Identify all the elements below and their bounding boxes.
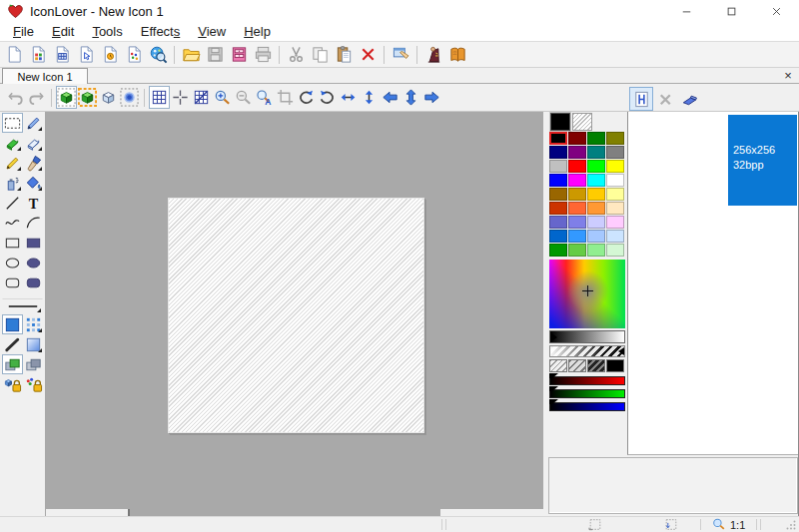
minimize-button[interactable]	[664, 0, 709, 22]
red-slider[interactable]	[549, 376, 625, 385]
pen-button[interactable]	[23, 113, 44, 133]
help-book-button[interactable]	[445, 43, 469, 67]
icon-canvas[interactable]	[168, 198, 424, 433]
shift-left-button[interactable]	[380, 86, 400, 109]
blue-slider[interactable]	[549, 402, 625, 411]
palette-color-swatch[interactable]	[587, 160, 605, 173]
delete-frame-button[interactable]	[653, 87, 677, 111]
palette-color-swatch[interactable]	[549, 244, 567, 257]
extract-icons-button[interactable]	[74, 43, 98, 67]
paste-shape-alt-button[interactable]	[23, 354, 44, 374]
lock-colors-button[interactable]	[23, 374, 44, 394]
fgbg-indicator-icon[interactable]	[593, 113, 610, 130]
close-button[interactable]	[754, 0, 799, 22]
dither-button[interactable]	[23, 314, 44, 334]
customize-button[interactable]	[389, 43, 412, 67]
save-button[interactable]	[203, 43, 227, 67]
palette-color-swatch[interactable]	[606, 132, 624, 145]
new-file-button[interactable]	[2, 43, 26, 67]
paste-button[interactable]	[332, 43, 356, 67]
select-rect-button[interactable]	[2, 113, 23, 133]
tab-close-icon[interactable]: ×	[780, 68, 796, 83]
line-width-button[interactable]	[2, 298, 43, 314]
rectangle-button[interactable]	[2, 233, 23, 253]
new-icon-button[interactable]	[26, 43, 50, 67]
cut-button[interactable]	[284, 43, 308, 67]
pixel-cursor-button[interactable]	[170, 86, 191, 109]
transparency-slider[interactable]	[549, 345, 625, 357]
open-button[interactable]	[179, 43, 203, 67]
smooth-line-button[interactable]	[2, 334, 23, 354]
foreground-color-swatch[interactable]	[550, 113, 570, 131]
crop-button[interactable]	[275, 86, 296, 109]
luminance-slider[interactable]	[549, 330, 625, 343]
palette-color-swatch[interactable]	[587, 230, 605, 243]
arc-button[interactable]	[23, 213, 44, 233]
menu-edit[interactable]: Edit	[43, 24, 83, 39]
palette-color-swatch[interactable]	[568, 230, 586, 243]
green-slider-marker-icon[interactable]	[549, 386, 558, 391]
menu-view[interactable]: View	[189, 24, 235, 39]
menu-help[interactable]: Help	[235, 24, 280, 39]
hatch-dark-pattern-swatch[interactable]	[587, 359, 605, 372]
resize-grip[interactable]	[784, 518, 798, 532]
color-picker-gradient[interactable]	[549, 260, 625, 328]
palette-color-swatch[interactable]	[549, 216, 567, 229]
green-slider[interactable]	[549, 389, 625, 398]
frame-mode-button[interactable]	[77, 86, 98, 109]
rotate-left-button[interactable]	[296, 86, 317, 109]
maximize-button[interactable]	[709, 0, 754, 22]
new-cursor-button[interactable]	[98, 43, 122, 67]
image-list-item-selected[interactable]: 256x256 32bpp	[728, 115, 797, 206]
cursor-position-icon[interactable]	[663, 517, 679, 532]
ellipse-button[interactable]	[2, 253, 23, 272]
paste-shape-button[interactable]	[2, 354, 23, 374]
zoom-actual-button[interactable]: A	[254, 86, 275, 109]
grid-button[interactable]	[149, 86, 170, 109]
clear-frame-button[interactable]	[677, 87, 701, 111]
luminance-marker-icon[interactable]	[550, 332, 557, 342]
palette-color-swatch[interactable]	[568, 174, 586, 187]
palette-color-swatch[interactable]	[587, 202, 605, 215]
palette-color-swatch[interactable]	[606, 188, 624, 201]
shift-vertical-button[interactable]	[400, 86, 421, 109]
hatch-medium-pattern-swatch[interactable]	[568, 359, 586, 372]
find-icons-button[interactable]	[146, 43, 170, 67]
palette-color-swatch[interactable]	[587, 132, 605, 145]
canvas-area[interactable]	[46, 112, 543, 509]
palette-color-swatch[interactable]	[606, 146, 624, 159]
new-image-button[interactable]	[122, 43, 146, 67]
palette-color-swatch[interactable]	[568, 132, 586, 145]
eraser-color-button[interactable]	[2, 133, 23, 153]
palette-color-swatch[interactable]	[549, 230, 567, 243]
blue-slider-marker-icon[interactable]	[549, 399, 558, 404]
palette-color-swatch[interactable]	[587, 146, 605, 159]
flip-horizontal-button[interactable]	[338, 86, 359, 109]
background-color-swatch[interactable]	[572, 113, 592, 131]
solid-color-button[interactable]	[2, 314, 23, 334]
rotate-right-button[interactable]	[317, 86, 338, 109]
library-button[interactable]	[227, 43, 251, 67]
smooth-mode-button[interactable]	[119, 86, 140, 109]
palette-color-swatch[interactable]	[587, 174, 605, 187]
new-library-button[interactable]	[50, 43, 74, 67]
zoom-in-button[interactable]	[212, 86, 233, 109]
gradient-fill-button[interactable]	[23, 334, 44, 354]
palette-color-swatch[interactable]	[568, 244, 586, 257]
palette-color-swatch[interactable]	[606, 174, 624, 187]
delete-button[interactable]	[356, 43, 380, 67]
palette-color-swatch[interactable]	[568, 188, 586, 201]
grid-split-button[interactable]	[191, 86, 212, 109]
palette-color-swatch[interactable]	[549, 132, 567, 145]
fill-button[interactable]	[23, 173, 44, 193]
flip-vertical-button[interactable]	[359, 86, 380, 109]
rectangle-filled-button[interactable]	[23, 233, 44, 253]
palette-color-swatch[interactable]	[549, 146, 567, 159]
wizard-button[interactable]	[421, 43, 445, 67]
zoom-out-button[interactable]	[233, 86, 254, 109]
print-button[interactable]	[251, 43, 275, 67]
palette-color-swatch[interactable]	[606, 160, 624, 173]
palette-color-swatch[interactable]	[587, 244, 605, 257]
palette-color-swatch[interactable]	[549, 174, 567, 187]
palette-color-swatch[interactable]	[606, 216, 624, 229]
